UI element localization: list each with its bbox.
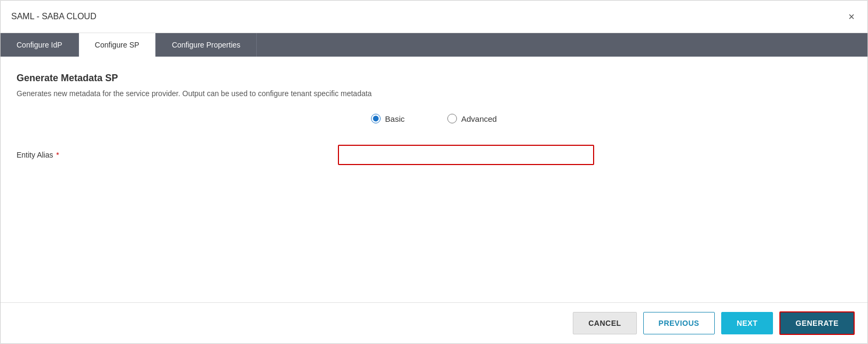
radio-basic-label: Basic — [385, 114, 405, 123]
form-row-entity-alias: Entity Alias * — [17, 145, 851, 165]
required-star: * — [54, 151, 59, 159]
entity-alias-label: Entity Alias * — [17, 151, 81, 159]
radio-option-basic[interactable]: Basic — [371, 114, 405, 123]
radio-basic[interactable] — [371, 114, 381, 123]
previous-button[interactable]: PREVIOUS — [643, 312, 715, 334]
tab-configure-sp[interactable]: Configure SP — [79, 33, 156, 57]
tab-configure-idp[interactable]: Configure IdP — [1, 33, 79, 57]
dialog-body: Generate Metadata SP Generates new metad… — [1, 57, 867, 302]
form-input-wrapper — [81, 145, 851, 165]
entity-alias-input[interactable] — [338, 145, 594, 165]
cancel-button[interactable]: CANCEL — [573, 312, 636, 334]
dialog-title: SAML - SABA CLOUD — [11, 12, 96, 21]
dialog-footer: CANCEL PREVIOUS NEXT GENERATE — [1, 302, 867, 343]
radio-option-advanced[interactable]: Advanced — [447, 114, 497, 123]
close-button[interactable]: × — [846, 9, 857, 24]
generate-button[interactable]: GENERATE — [779, 311, 855, 335]
saml-dialog: SAML - SABA CLOUD × Configure IdP Config… — [0, 0, 868, 344]
radio-advanced[interactable] — [447, 114, 457, 123]
section-title: Generate Metadata SP — [17, 73, 851, 84]
radio-group: Basic Advanced — [17, 114, 851, 123]
tab-configure-properties[interactable]: Configure Properties — [156, 33, 257, 57]
section-description: Generates new metadata for the service p… — [17, 89, 851, 98]
radio-advanced-label: Advanced — [461, 114, 497, 123]
dialog-header: SAML - SABA CLOUD × — [1, 1, 867, 33]
tab-bar: Configure IdP Configure SP Configure Pro… — [1, 33, 867, 57]
next-button[interactable]: NEXT — [721, 312, 773, 334]
